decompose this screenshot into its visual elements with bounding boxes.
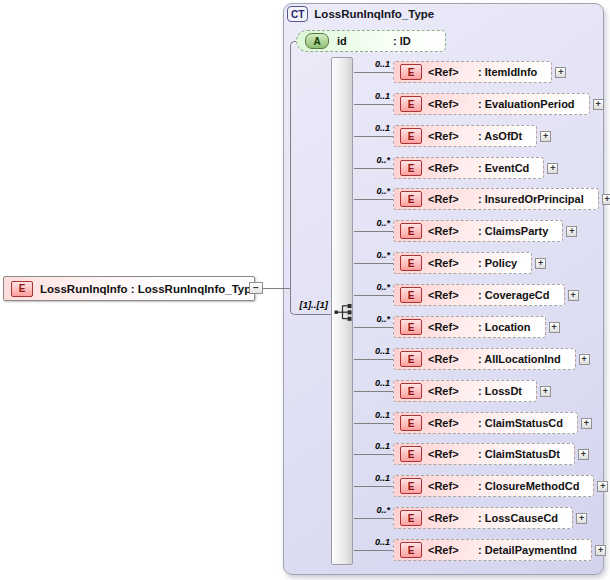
element-box[interactable]: E <Ref> : LossCauseCd xyxy=(393,507,573,529)
connector-line: 0..1 xyxy=(354,454,393,455)
element-ref-label: <Ref> xyxy=(428,321,478,333)
element-row: 0..* E <Ref> : CoverageCd + xyxy=(354,284,579,306)
element-ref-label: <Ref> xyxy=(428,544,478,556)
element-row: 0..* E <Ref> : ClaimsParty + xyxy=(354,220,577,242)
element-badge: E xyxy=(400,478,422,494)
element-name: : ItemIdInfo xyxy=(478,66,537,78)
element-name: : AsOfDt xyxy=(478,130,522,142)
expand-button[interactable]: + xyxy=(593,99,604,110)
expand-button[interactable]: + xyxy=(549,322,560,333)
cardinality-label: 0..1 xyxy=(375,410,390,420)
cardinality-label: 0..1 xyxy=(375,473,390,483)
element-row: 0..* E <Ref> : LossCauseCd + xyxy=(354,507,587,529)
attribute-type: : ID xyxy=(393,35,411,47)
expand-button[interactable]: + xyxy=(555,67,566,78)
element-box[interactable]: E <Ref> : Policy xyxy=(393,252,532,274)
element-name: : EvaluationPeriod xyxy=(478,98,575,110)
element-badge: E xyxy=(400,446,422,462)
complex-type-header: CT LossRunInqInfo_Type xyxy=(287,6,434,22)
root-element-label: LossRunInqInfo : LossRunInqInfo_Type xyxy=(40,283,258,295)
expand-button[interactable]: + xyxy=(602,194,610,205)
expand-button[interactable]: + xyxy=(597,481,608,492)
element-box[interactable]: E <Ref> : LossDt xyxy=(393,380,537,402)
element-badge: E xyxy=(400,383,422,399)
element-badge: E xyxy=(400,64,422,80)
element-row: 0..1 E <Ref> : AsOfDt + xyxy=(354,125,551,147)
element-name: : EventCd xyxy=(478,162,529,174)
connector-line: 0..1 xyxy=(354,550,393,551)
element-badge: E xyxy=(400,160,422,176)
element-box[interactable]: E <Ref> : InsuredOrPrincipal xyxy=(393,188,599,210)
cardinality-label: 0..1 xyxy=(375,59,390,69)
element-box[interactable]: E <Ref> : EventCd xyxy=(393,157,544,179)
cardinality-label: 0..1 xyxy=(375,123,390,133)
expand-button[interactable]: + xyxy=(540,131,551,142)
expand-button[interactable]: + xyxy=(535,258,546,269)
element-name: : ClaimStatusDt xyxy=(478,448,560,460)
element-name: : InsuredOrPrincipal xyxy=(478,193,584,205)
cardinality-label: 0..* xyxy=(376,314,390,324)
element-badge: E xyxy=(400,542,422,558)
element-box[interactable]: E <Ref> : ClaimsParty xyxy=(393,220,563,242)
element-row: 0..1 E <Ref> : ClosureMethodCd + xyxy=(354,475,608,497)
expand-button[interactable]: + xyxy=(581,418,592,429)
element-box[interactable]: E <Ref> : Location xyxy=(393,316,546,338)
element-box[interactable]: E <Ref> : EvaluationPeriod xyxy=(393,93,590,115)
element-badge: E xyxy=(400,351,422,367)
expand-button[interactable]: + xyxy=(595,545,606,556)
element-row: 0..1 E <Ref> : ItemIdInfo + xyxy=(354,61,566,83)
cardinality-label: 0..* xyxy=(376,155,390,165)
expand-button[interactable]: + xyxy=(540,386,551,397)
element-box[interactable]: E <Ref> : ClaimStatusCd xyxy=(393,412,578,434)
element-ref-label: <Ref> xyxy=(428,289,478,301)
element-box[interactable]: E <Ref> : DetailPaymentInd xyxy=(393,539,592,561)
element-row: 0..* E <Ref> : InsuredOrPrincipal + xyxy=(354,188,610,210)
element-box[interactable]: E <Ref> : AllLocationInd xyxy=(393,348,576,370)
expand-button[interactable]: + xyxy=(579,354,590,365)
element-box[interactable]: E <Ref> : CoverageCd xyxy=(393,284,565,306)
attribute-name: id xyxy=(337,35,393,47)
element-ref-label: <Ref> xyxy=(428,225,478,237)
expand-button[interactable]: + xyxy=(576,513,587,524)
connector-trunk xyxy=(290,48,333,315)
element-box[interactable]: E <Ref> : ItemIdInfo xyxy=(393,61,552,83)
element-name: : Location xyxy=(478,321,531,333)
element-box[interactable]: E <Ref> : ClosureMethodCd xyxy=(393,475,594,497)
element-badge: E xyxy=(400,223,422,239)
element-name: : ClosureMethodCd xyxy=(478,480,579,492)
element-ref-label: <Ref> xyxy=(428,448,478,460)
connector-line: 0..1 xyxy=(354,72,393,73)
connector-line: 0..1 xyxy=(354,486,393,487)
occurrence-label: [1]..[1] xyxy=(290,299,328,310)
expand-button[interactable]: + xyxy=(568,290,579,301)
expand-button[interactable]: + xyxy=(566,226,577,237)
cardinality-label: 0..1 xyxy=(375,346,390,356)
element-box[interactable]: E <Ref> : ClaimStatusDt xyxy=(393,443,575,465)
element-ref-label: <Ref> xyxy=(428,480,478,492)
attribute-badge: A xyxy=(305,33,329,49)
element-ref-label: <Ref> xyxy=(428,417,478,429)
collapse-button[interactable]: − xyxy=(249,282,263,294)
element-ref-label: <Ref> xyxy=(428,257,478,269)
connector-line: 0..* xyxy=(354,168,393,169)
element-badge: E xyxy=(400,96,422,112)
attribute-box[interactable]: A id : ID xyxy=(296,30,446,52)
element-badge: E xyxy=(400,319,422,335)
element-ref-label: <Ref> xyxy=(428,66,478,78)
connector-line: 0..1 xyxy=(354,104,393,105)
expand-button[interactable]: + xyxy=(578,449,589,460)
connector-line: 0..* xyxy=(354,327,393,328)
element-name: : Policy xyxy=(478,257,517,269)
element-name: : AllLocationInd xyxy=(478,353,561,365)
cardinality-label: 0..1 xyxy=(375,441,390,451)
connector-line: 0..* xyxy=(354,231,393,232)
root-element-box[interactable]: E LossRunInqInfo : LossRunInqInfo_Type xyxy=(3,276,255,301)
element-ref-label: <Ref> xyxy=(428,162,478,174)
element-row: 0..1 E <Ref> : AllLocationInd + xyxy=(354,348,590,370)
element-box[interactable]: E <Ref> : AsOfDt xyxy=(393,125,537,147)
element-badge: E xyxy=(400,510,422,526)
connector-line: 0..1 xyxy=(354,136,393,137)
element-name: : DetailPaymentInd xyxy=(478,544,577,556)
element-ref-label: <Ref> xyxy=(428,98,478,110)
expand-button[interactable]: + xyxy=(547,163,558,174)
